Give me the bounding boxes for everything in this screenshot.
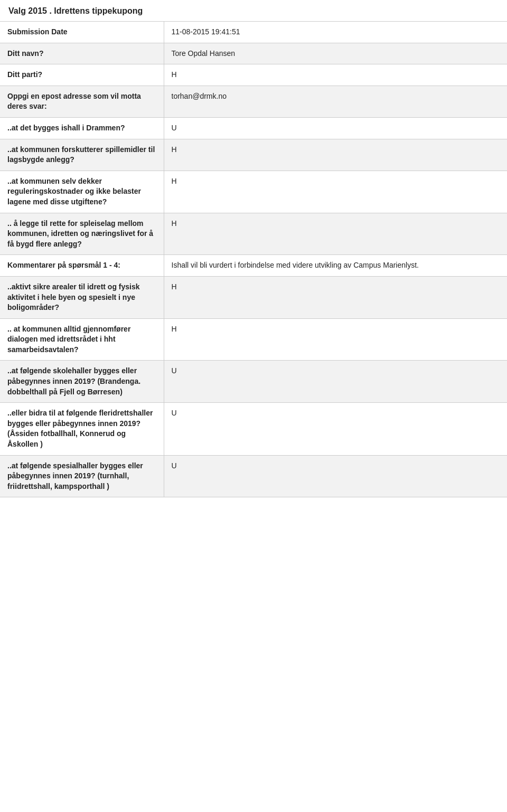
row-label: Ditt parti?	[0, 64, 164, 86]
table-row: ..aktivt sikre arealer til idrett og fys…	[0, 276, 507, 318]
row-label: Oppgi en epost adresse som vil motta der…	[0, 86, 164, 117]
row-label: ..at kommunen forskutterer spillemidler …	[0, 139, 164, 171]
row-value: H	[164, 276, 507, 318]
row-label: Kommentarer på spørsmål 1 - 4:	[0, 255, 164, 277]
table-row: Ditt navn?Tore Opdal Hansen	[0, 43, 507, 64]
submission-table: Submission Date11-08-2015 19:41:51Ditt n…	[0, 22, 507, 497]
row-label: ..at det bygges ishall i Drammen?	[0, 117, 164, 139]
table-row: Oppgi en epost adresse som vil motta der…	[0, 86, 507, 117]
table-row: .. å legge til rette for spleiselag mell…	[0, 213, 507, 255]
table-row: ..at følgende spesialhaller bygges eller…	[0, 455, 507, 497]
row-value: H	[164, 171, 507, 213]
table-row: .. at kommunen alltid gjennomfører dialo…	[0, 318, 507, 361]
table-row: ..at kommunen forskutterer spillemidler …	[0, 139, 507, 171]
table-row: Submission Date11-08-2015 19:41:51	[0, 22, 507, 43]
page-title: Valg 2015 . Idrettens tippekupong	[8, 6, 143, 15]
row-value: U	[164, 361, 507, 403]
row-label: ..at kommunen selv dekker reguleringskos…	[0, 171, 164, 213]
table-row: ..eller bidra til at følgende fleridrett…	[0, 403, 507, 455]
table-row: ..at følgende skolehaller bygges eller p…	[0, 361, 507, 403]
row-label: ..aktivt sikre arealer til idrett og fys…	[0, 276, 164, 318]
row-value: Tore Opdal Hansen	[164, 43, 507, 64]
row-value: U	[164, 403, 507, 455]
table-row: Kommentarer på spørsmål 1 - 4:Ishall vil…	[0, 255, 507, 277]
row-label: Submission Date	[0, 22, 164, 43]
row-label: ..eller bidra til at følgende fleridrett…	[0, 403, 164, 455]
row-value: torhan@drmk.no	[164, 86, 507, 117]
row-label: .. å legge til rette for spleiselag mell…	[0, 213, 164, 255]
row-label: ..at følgende spesialhaller bygges eller…	[0, 455, 164, 497]
row-label: .. at kommunen alltid gjennomfører dialo…	[0, 318, 164, 361]
row-value: H	[164, 139, 507, 171]
row-value: U	[164, 117, 507, 139]
row-value: H	[164, 318, 507, 361]
table-row: ..at det bygges ishall i Drammen?U	[0, 117, 507, 139]
row-label: ..at følgende skolehaller bygges eller p…	[0, 361, 164, 403]
row-value: U	[164, 455, 507, 497]
table-row: Ditt parti?H	[0, 64, 507, 86]
row-label: Ditt navn?	[0, 43, 164, 64]
row-value: Ishall vil bli vurdert i forbindelse med…	[164, 255, 507, 277]
table-row: ..at kommunen selv dekker reguleringskos…	[0, 171, 507, 213]
row-value: H	[164, 213, 507, 255]
page-header: Valg 2015 . Idrettens tippekupong	[0, 0, 507, 22]
row-value: 11-08-2015 19:41:51	[164, 22, 507, 43]
row-value: H	[164, 64, 507, 86]
